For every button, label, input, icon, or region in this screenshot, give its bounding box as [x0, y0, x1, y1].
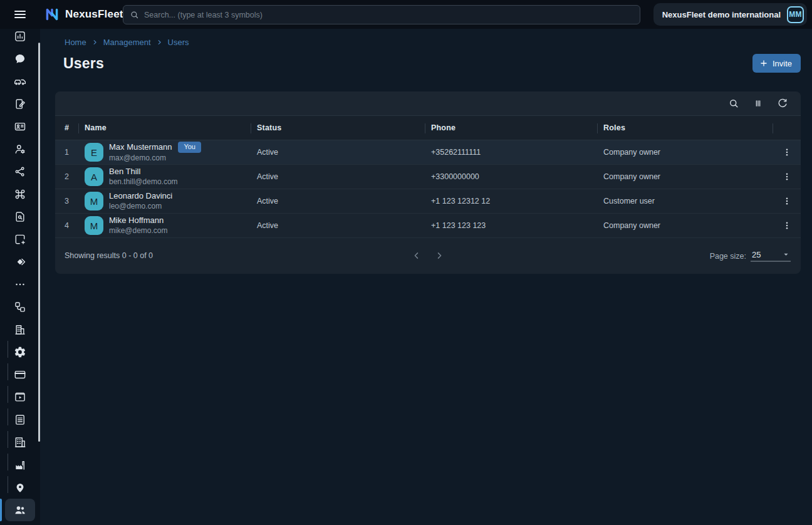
sidebar-item-more-ellipsis[interactable]	[5, 273, 35, 296]
menu-toggle-button[interactable]	[11, 7, 29, 22]
sidebar-item-office-building[interactable]	[5, 431, 35, 454]
sidebar-item-tags[interactable]	[5, 251, 35, 273]
chevron-right-icon	[434, 250, 445, 261]
user-name-cell: ABen Thillben.thill@demo.com	[78, 165, 251, 189]
user-role: Company owner	[597, 214, 773, 237]
document-edit-icon	[14, 98, 26, 110]
row-menu-button[interactable]	[779, 194, 794, 209]
app-root: NexusFleet NexusFleet demo international…	[0, 0, 812, 525]
column-header-actions	[773, 116, 801, 140]
column-header-num[interactable]: #	[55, 116, 78, 140]
sidebar-item-chat[interactable]	[5, 48, 35, 70]
table-search-button[interactable]	[726, 96, 741, 111]
sidebar-item-media-inbox[interactable]	[5, 386, 35, 408]
user-avatar: E	[85, 143, 103, 162]
user-role: Company owner	[597, 165, 773, 189]
sidebar-item-id-card[interactable]	[5, 115, 35, 138]
next-page-button[interactable]	[432, 248, 447, 263]
sidebar-item-document-edit[interactable]	[5, 93, 35, 115]
sidebar-item-window-add[interactable]	[5, 228, 35, 251]
search-input[interactable]	[144, 11, 633, 19]
column-settings-button[interactable]	[751, 96, 766, 111]
brand-name: NexusFleet	[65, 8, 123, 21]
page-size-select[interactable]: 25	[751, 250, 791, 262]
user-status: Active	[251, 165, 425, 189]
sidebar-item-factory[interactable]	[5, 454, 35, 476]
table-row[interactable]: 3MLeonardo Davincileo@demo.comActive+1 1…	[55, 189, 801, 214]
user-name-cell: EMax MustermannYoumax@demo.com	[78, 140, 251, 164]
user-name: Max Mustermann	[109, 142, 172, 152]
caret-down-icon	[781, 250, 791, 259]
refresh-button[interactable]	[775, 96, 790, 111]
sidebar-item-share[interactable]	[5, 160, 35, 183]
account-menu[interactable]: NexusFleet demo international MM	[653, 3, 807, 26]
column-header-name[interactable]: Name	[78, 116, 251, 140]
sidebar-item-location-pin[interactable]	[5, 476, 35, 499]
user-name: Leonardo Davinci	[109, 191, 172, 201]
sidebar-group-line	[8, 341, 8, 499]
location-pin-icon	[14, 481, 26, 494]
users-icon	[14, 504, 26, 516]
column-header-phone[interactable]: Phone	[425, 116, 597, 140]
nexusfleet-logo-icon	[44, 6, 60, 23]
page-header: Users Invite	[63, 54, 801, 73]
tags-icon	[14, 256, 26, 268]
user-phone: +1 123 123 123	[425, 214, 597, 237]
id-card-icon	[14, 120, 26, 133]
row-menu-button[interactable]	[779, 145, 794, 160]
previous-page-button[interactable]	[409, 248, 424, 263]
sidebar-item-vehicles[interactable]	[5, 70, 35, 93]
table-row[interactable]: 2ABen Thillben.thill@demo.comActive+3300…	[55, 165, 801, 189]
share-icon	[14, 165, 26, 178]
breadcrumb-link-users[interactable]: Users	[168, 38, 189, 47]
search-icon	[728, 98, 739, 109]
sidebar-item-integrations[interactable]	[5, 296, 35, 318]
sidebar-item-company-building[interactable]	[5, 318, 35, 341]
user-status: Active	[251, 189, 425, 213]
row-number: 3	[55, 189, 78, 213]
sidebar-item-settings-gear[interactable]	[5, 341, 35, 363]
command-icon	[14, 188, 26, 200]
sidebar-item-command[interactable]	[5, 183, 35, 205]
row-number: 4	[55, 214, 78, 237]
plus-icon	[759, 59, 768, 68]
payment-card-icon	[14, 368, 26, 381]
column-header-roles[interactable]: Roles	[597, 116, 773, 140]
table-footer: Showing results 0 - 0 of 0 Page size: 25	[55, 238, 801, 273]
dashboard-chart-icon	[14, 30, 26, 43]
sidebar-item-form-list[interactable]	[5, 408, 35, 431]
sidebar-item-payment-card[interactable]	[5, 363, 35, 386]
user-avatar: M	[85, 216, 103, 235]
sidebar-item-document-search[interactable]	[5, 205, 35, 228]
user-status: Active	[251, 140, 425, 164]
avatar: MM	[787, 6, 804, 23]
search-icon	[130, 10, 139, 19]
user-status: Active	[251, 214, 425, 237]
document-search-icon	[14, 211, 26, 223]
sidebar-scrollbar[interactable]	[38, 43, 40, 442]
breadcrumb-link-management[interactable]: Management	[103, 38, 151, 47]
column-header-status[interactable]: Status	[251, 116, 425, 140]
table-row[interactable]: 4MMike Hoffmannmike@demo.comActive+1 123…	[55, 214, 801, 238]
sidebar-item-users[interactable]	[5, 499, 35, 521]
brand[interactable]: NexusFleet	[44, 0, 123, 29]
form-list-icon	[14, 413, 26, 426]
user-role: Customer user	[597, 189, 773, 213]
user-email: leo@demo.com	[109, 202, 172, 211]
row-menu-button[interactable]	[779, 218, 794, 233]
breadcrumb-link-home[interactable]: Home	[65, 38, 86, 47]
page-title: Users	[63, 55, 104, 72]
user-name-cell: MLeonardo Davincileo@demo.com	[78, 189, 251, 213]
office-building-icon	[14, 436, 26, 449]
row-menu-button[interactable]	[779, 169, 794, 184]
sidebar-item-user-gear[interactable]	[5, 138, 35, 160]
more-ellipsis-icon	[14, 278, 26, 291]
table-header-row: #NameStatusPhoneRoles	[55, 115, 801, 140]
table-row[interactable]: 1EMax MustermannYoumax@demo.comActive+35…	[55, 140, 801, 165]
you-badge: You	[178, 142, 201, 153]
user-phone: +35262111111	[425, 140, 597, 164]
vehicles-icon	[14, 75, 26, 88]
user-avatar: A	[85, 167, 103, 186]
table-toolbar	[55, 91, 801, 115]
invite-button[interactable]: Invite	[752, 54, 801, 73]
